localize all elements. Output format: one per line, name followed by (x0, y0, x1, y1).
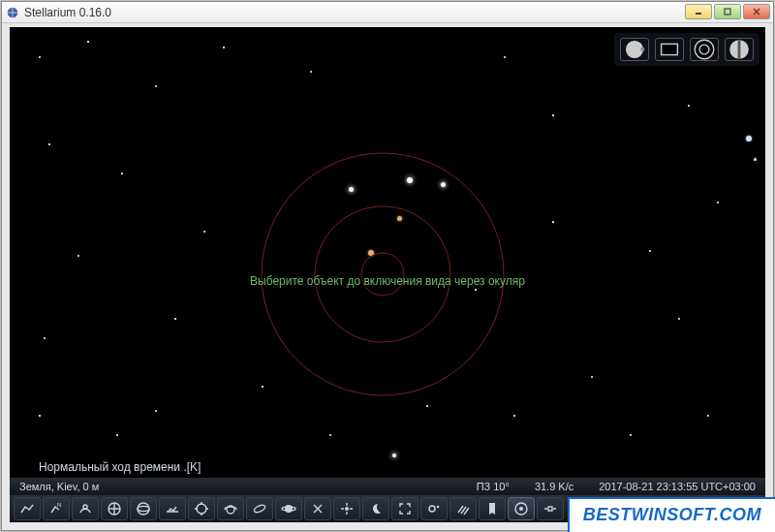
planet-labels-button[interactable] (275, 497, 302, 520)
svg-point-16 (138, 503, 149, 515)
titlebar[interactable]: Stellarium 0.16.0 (2, 2, 773, 23)
sky-view[interactable]: Выберите объект до включения вида через … (10, 27, 765, 522)
svg-point-18 (197, 504, 206, 514)
svg-point-27 (519, 507, 523, 511)
ocular-hint-text: Выберите объект до включения вида через … (10, 274, 765, 288)
svg-point-4 (640, 47, 644, 51)
exoplanets-button[interactable] (420, 497, 448, 520)
window-controls (685, 4, 770, 19)
window-frame: Stellarium 0.16.0 (1, 1, 774, 531)
watermark: BESTWINSOFT.COM (568, 497, 775, 532)
direction-text: ПЗ 10° (477, 481, 510, 492)
svg-point-3 (627, 42, 643, 58)
center-selected-button[interactable] (333, 497, 360, 520)
close-button[interactable] (743, 4, 770, 19)
svg-text:N: N (57, 502, 61, 508)
svg-rect-5 (662, 44, 678, 54)
satellite-button[interactable] (537, 497, 564, 520)
ground-button[interactable] (159, 497, 186, 520)
app-icon (6, 6, 19, 19)
fullscreen-button[interactable] (391, 497, 418, 520)
constellation-labels-button[interactable]: N (43, 497, 70, 520)
view-mode-strip (614, 33, 760, 66)
svg-point-14 (83, 505, 87, 509)
constellation-lines-button[interactable] (14, 497, 41, 520)
ocular-button[interactable] (508, 497, 535, 520)
location-text[interactable]: Земля, Kiev, 0 м (19, 481, 99, 492)
cardinal-points-button[interactable] (188, 497, 215, 520)
azimuthal-grid-button[interactable] (130, 497, 157, 520)
svg-rect-2 (725, 9, 730, 15)
atmosphere-button[interactable] (217, 497, 244, 520)
svg-point-25 (437, 506, 440, 509)
meteor-showers-button[interactable] (450, 497, 477, 520)
constellation-art-button[interactable] (72, 497, 99, 520)
telrad-button[interactable] (690, 38, 719, 61)
night-mode-button[interactable] (362, 497, 389, 520)
bookmarks-button[interactable] (479, 497, 506, 520)
maximize-button[interactable] (714, 4, 741, 19)
time-status-text: Нормальный ход времени .[K] (39, 460, 201, 474)
svg-point-7 (699, 45, 709, 54)
svg-point-24 (429, 506, 435, 512)
svg-rect-9 (738, 40, 741, 59)
equatorial-grid-button[interactable] (101, 497, 128, 520)
minimize-button[interactable] (685, 4, 712, 19)
svg-point-23 (345, 507, 349, 511)
svg-rect-28 (548, 507, 552, 511)
svg-point-20 (253, 504, 265, 515)
equatorial-mount-button[interactable] (304, 497, 331, 520)
window-title: Stellarium 0.16.0 (24, 6, 111, 19)
svg-point-17 (138, 506, 149, 511)
svg-point-21 (285, 505, 293, 513)
ocular-config-button[interactable] (725, 38, 754, 61)
frame-view-button[interactable] (655, 38, 684, 61)
fov-rate-text: 31.9 K/c (535, 481, 574, 492)
datetime-text[interactable]: 2017-08-21 23:13:55 UTC+03:00 (599, 481, 756, 492)
ocular-view-button[interactable] (620, 38, 649, 61)
deep-sky-button[interactable] (246, 497, 273, 520)
status-bar: Земля, Kiev, 0 м ПЗ 10° 31.9 K/c 2017-08… (10, 478, 765, 495)
